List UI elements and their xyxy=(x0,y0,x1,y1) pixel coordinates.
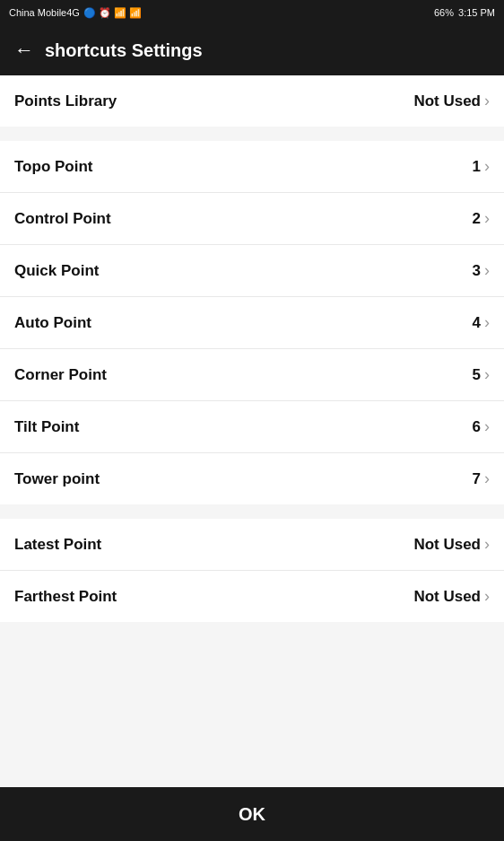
battery-text: 66% xyxy=(434,7,454,18)
quick-chevron-icon: › xyxy=(484,261,490,280)
control-point-value: 2 xyxy=(473,210,481,228)
section-point-types: Topo Point 1 › Control Point 2 › Quick P… xyxy=(0,141,504,504)
tower-point-right: 7 › xyxy=(473,469,490,488)
section-points-library: Points Library Not Used › xyxy=(0,75,504,127)
status-right: 66% 3:15 PM xyxy=(434,7,495,18)
tower-chevron-icon: › xyxy=(484,469,490,488)
farthest-point-label: Farthest Point xyxy=(14,588,117,606)
tilt-point-right: 6 › xyxy=(473,417,490,436)
tower-point-label: Tower point xyxy=(14,470,100,488)
section-divider-1 xyxy=(0,134,504,141)
list-item-points-library[interactable]: Points Library Not Used › xyxy=(0,75,504,127)
corner-chevron-icon: › xyxy=(484,365,490,384)
points-library-right: Not Used › xyxy=(413,92,490,110)
list-item-tower-point[interactable]: Tower point 7 › xyxy=(0,453,504,504)
status-left: China Mobile4G 🔵 ⏰ 📶 📶 xyxy=(9,7,142,19)
farthest-chevron-icon: › xyxy=(484,587,490,606)
tower-point-value: 7 xyxy=(473,470,481,488)
back-icon: ← xyxy=(14,39,34,62)
auto-chevron-icon: › xyxy=(484,313,490,332)
corner-point-right: 5 › xyxy=(473,365,490,384)
tilt-chevron-icon: › xyxy=(484,417,490,436)
header: ← shortcuts Settings xyxy=(0,25,504,75)
points-library-value: Not Used xyxy=(413,92,481,110)
auto-point-value: 4 xyxy=(473,314,481,332)
section-divider-2 xyxy=(0,512,504,519)
list-item-farthest-point[interactable]: Farthest Point Not Used › xyxy=(0,571,504,622)
section-latest-farthest: Latest Point Not Used › Farthest Point N… xyxy=(0,519,504,622)
latest-point-value: Not Used xyxy=(413,536,481,554)
signal-icons: 🔵 ⏰ 📶 📶 xyxy=(83,7,142,19)
quick-point-label: Quick Point xyxy=(14,262,99,280)
quick-point-value: 3 xyxy=(473,262,481,280)
ok-label: OK xyxy=(239,804,265,825)
auto-point-label: Auto Point xyxy=(14,314,91,332)
tilt-point-value: 6 xyxy=(473,418,481,436)
tilt-point-label: Tilt Point xyxy=(14,418,79,436)
page-title: shortcuts Settings xyxy=(45,40,203,61)
time-text: 3:15 PM xyxy=(458,7,495,18)
control-point-right: 2 › xyxy=(473,209,490,228)
main-content: Points Library Not Used › Topo Point 1 ›… xyxy=(0,75,504,787)
list-item-quick-point[interactable]: Quick Point 3 › xyxy=(0,245,504,297)
ok-button[interactable]: OK xyxy=(0,787,504,841)
list-item-corner-point[interactable]: Corner Point 5 › xyxy=(0,349,504,401)
points-library-label: Points Library xyxy=(14,92,117,110)
corner-point-label: Corner Point xyxy=(14,366,107,384)
chevron-icon: › xyxy=(484,92,490,110)
topo-point-label: Topo Point xyxy=(14,158,93,176)
list-item-topo-point[interactable]: Topo Point 1 › xyxy=(0,141,504,193)
list-item-tilt-point[interactable]: Tilt Point 6 › xyxy=(0,401,504,453)
farthest-point-value: Not Used xyxy=(413,588,481,606)
latest-point-right: Not Used › xyxy=(413,535,490,554)
carrier-text: China Mobile4G xyxy=(9,7,80,18)
list-item-latest-point[interactable]: Latest Point Not Used › xyxy=(0,519,504,571)
quick-point-right: 3 › xyxy=(473,261,490,280)
list-item-control-point[interactable]: Control Point 2 › xyxy=(0,193,504,245)
topo-chevron-icon: › xyxy=(484,157,490,176)
latest-point-label: Latest Point xyxy=(14,536,101,554)
status-bar: China Mobile4G 🔵 ⏰ 📶 📶 66% 3:15 PM xyxy=(0,0,504,25)
corner-point-value: 5 xyxy=(473,366,481,384)
back-button[interactable]: ← xyxy=(14,39,34,62)
control-chevron-icon: › xyxy=(484,209,490,228)
latest-chevron-icon: › xyxy=(484,535,490,554)
control-point-label: Control Point xyxy=(14,210,111,228)
topo-point-right: 1 › xyxy=(473,157,490,176)
farthest-point-right: Not Used › xyxy=(413,587,490,606)
auto-point-right: 4 › xyxy=(473,313,490,332)
list-item-auto-point[interactable]: Auto Point 4 › xyxy=(0,297,504,349)
topo-point-value: 1 xyxy=(473,158,481,176)
